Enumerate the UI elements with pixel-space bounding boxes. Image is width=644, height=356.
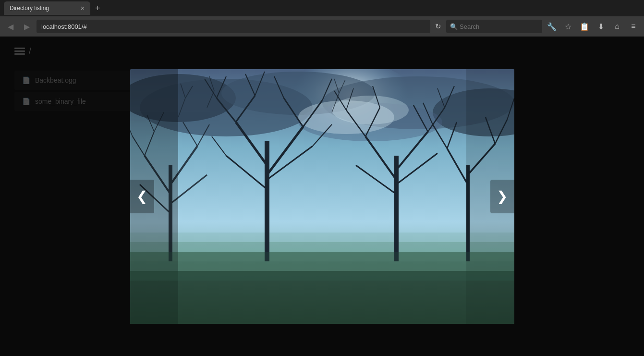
svg-rect-25 xyxy=(265,141,269,261)
lightbox-prev-button[interactable]: ❮ xyxy=(130,180,154,213)
lightbox-overlay[interactable]: ❮ ❯ xyxy=(0,37,644,356)
wrench-icon: 🔧 xyxy=(547,22,557,31)
bookmark-button[interactable]: ☆ xyxy=(561,20,575,33)
reload-button[interactable]: ↻ xyxy=(433,20,443,33)
forward-icon: ▶ xyxy=(24,22,30,31)
search-icon: 🔍 xyxy=(450,23,458,30)
lightbox-next-button[interactable]: ❯ xyxy=(490,180,514,213)
library-button[interactable]: 📋 xyxy=(578,20,591,33)
tab-title: Directory listing xyxy=(10,5,49,12)
nav-bar: ◀ ▶ ↻ 🔍 🔧 ☆ 📋 ⬇ ⌂ xyxy=(0,16,644,37)
reload-icon: ↻ xyxy=(435,22,441,30)
wrench-button[interactable]: 🔧 xyxy=(545,20,559,33)
svg-rect-42 xyxy=(394,156,399,261)
active-tab[interactable]: Directory listing × xyxy=(4,1,90,15)
book-icon: 📋 xyxy=(580,22,589,31)
star-icon: ☆ xyxy=(565,22,571,31)
search-input[interactable] xyxy=(446,20,542,33)
download-button[interactable]: ⬇ xyxy=(594,20,608,33)
download-icon: ⬇ xyxy=(598,22,604,31)
home-button[interactable]: ⌂ xyxy=(610,20,624,33)
hamburger-icon: ≡ xyxy=(631,22,635,31)
tab-close-button[interactable]: × xyxy=(81,4,85,12)
next-icon: ❯ xyxy=(497,188,508,204)
home-icon: ⌂ xyxy=(615,22,620,31)
back-button[interactable]: ◀ xyxy=(4,20,17,33)
new-tab-button[interactable]: + xyxy=(92,2,103,14)
page-content: / 📄 Backbeat.ogg 📄 some_binary_file xyxy=(0,37,644,356)
lightbox: ❮ ❯ xyxy=(130,69,514,324)
tab-bar: Directory listing × + xyxy=(0,0,644,16)
svg-rect-76 xyxy=(130,252,514,281)
menu-button[interactable]: ≡ xyxy=(627,20,640,33)
nav-icons: 🔧 ☆ 📋 ⬇ ⌂ ≡ xyxy=(545,20,640,33)
svg-point-9 xyxy=(332,96,409,124)
browser-chrome: Directory listing × + ◀ ▶ ↻ 🔍 🔧 ☆ 📋 xyxy=(0,0,644,37)
forward-button[interactable]: ▶ xyxy=(20,20,34,33)
lightbox-image xyxy=(130,69,514,324)
back-icon: ◀ xyxy=(8,22,13,31)
address-bar[interactable] xyxy=(36,20,430,33)
prev-icon: ❮ xyxy=(136,188,147,204)
